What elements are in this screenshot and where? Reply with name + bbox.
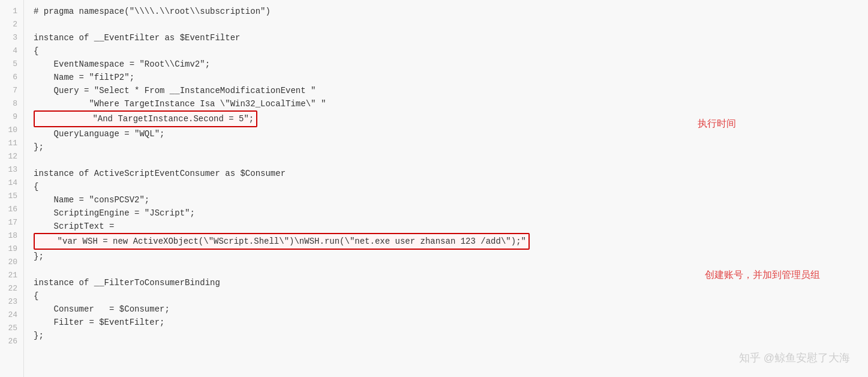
code-line-10: QueryLanguage = "WQL";	[34, 127, 868, 140]
code-line-22: {	[34, 289, 868, 303]
line-number-20: 20	[0, 256, 23, 269]
code-line-7: Query = "Select * From __InstanceModific…	[34, 84, 868, 97]
line-number-16: 16	[0, 203, 23, 216]
code-text-15: Name = "consPCSV2";	[34, 193, 149, 207]
highlighted-code-18: "var WSH = new ActiveXObject(\"WScript.S…	[34, 233, 530, 250]
line-number-11: 11	[0, 137, 23, 150]
code-line-25: };	[34, 329, 868, 342]
line-number-10: 10	[0, 124, 23, 137]
code-line-3: instance of __EventFilter as $EventFilte…	[34, 31, 868, 44]
code-text-5: EventNamespace = "Root\\Cimv2";	[34, 58, 210, 71]
code-text-21: instance of __FilterToConsumerBinding	[34, 276, 220, 289]
code-line-17: ScriptText =	[34, 220, 868, 233]
code-line-6: Name = "filtP2";	[34, 71, 868, 84]
code-text-19: };	[34, 250, 44, 263]
code-text-24: Filter = $EventFilter;	[34, 316, 164, 329]
code-text-10: QueryLanguage = "WQL";	[34, 127, 164, 140]
code-text-8: "Where TargetInstance Isa \"Win32_LocalT…	[34, 97, 326, 110]
line-number-9: 9	[0, 110, 23, 124]
line-number-7: 7	[0, 84, 23, 97]
code-text-11: };	[34, 140, 44, 154]
code-line-5: EventNamespace = "Root\\Cimv2";	[34, 58, 868, 71]
code-line-4: {	[34, 44, 868, 58]
code-text-7: Query = "Select * From __InstanceModific…	[34, 84, 316, 97]
line-number-22: 22	[0, 282, 23, 295]
line-number-1: 1	[0, 5, 23, 18]
line-number-13: 13	[0, 163, 23, 176]
line-number-8: 8	[0, 97, 23, 110]
line-number-5: 5	[0, 58, 23, 71]
annotation-create-account: 创建账号，并加到管理员组	[705, 269, 820, 282]
line-number-4: 4	[0, 44, 23, 58]
code-line-18: "var WSH = new ActiveXObject(\"WScript.S…	[34, 233, 868, 250]
code-container: 1234567891011121314151617181920212223242…	[0, 0, 868, 377]
code-text-13: instance of ActiveScriptEventConsumer as…	[34, 167, 286, 180]
code-line-19: };	[34, 250, 868, 263]
code-text-6: Name = "filtP2";	[34, 71, 134, 84]
code-text-1: # pragma namespace("\\\\.\\root\\subscri…	[34, 5, 271, 18]
code-line-8: "Where TargetInstance Isa \"Win32_LocalT…	[34, 97, 868, 110]
annotation-execution-time: 执行时间	[698, 118, 736, 130]
line-number-12: 12	[0, 150, 23, 163]
code-text-16: ScriptingEngine = "JScript";	[34, 207, 195, 220]
code-line-11: };	[34, 140, 868, 154]
line-number-25: 25	[0, 322, 23, 335]
line-number-21: 21	[0, 269, 23, 282]
code-text-4: {	[34, 44, 38, 58]
code-area: # pragma namespace("\\\\.\\root\\subscri…	[24, 0, 868, 377]
code-line-16: ScriptingEngine = "JScript";	[34, 207, 868, 220]
highlighted-code-9: "And TargetInstance.Second = 5";	[34, 110, 257, 127]
line-number-14: 14	[0, 176, 23, 190]
line-number-24: 24	[0, 309, 23, 322]
code-line-15: Name = "consPCSV2";	[34, 193, 868, 207]
code-line-14: {	[34, 180, 868, 193]
code-line-1: # pragma namespace("\\\\.\\root\\subscri…	[34, 5, 868, 18]
line-number-3: 3	[0, 31, 23, 44]
code-line-9: "And TargetInstance.Second = 5";	[34, 110, 868, 127]
line-number-18: 18	[0, 229, 23, 243]
code-text-25: };	[34, 329, 44, 342]
code-line-12	[34, 154, 868, 167]
watermark: 知乎 @鲸鱼安慰了大海	[739, 351, 850, 365]
line-number-2: 2	[0, 18, 23, 31]
code-text-23: Consumer = $Consumer;	[34, 303, 170, 316]
code-text-14: {	[34, 180, 38, 193]
line-number-23: 23	[0, 295, 23, 309]
code-line-13: instance of ActiveScriptEventConsumer as…	[34, 167, 868, 180]
code-text-22: {	[34, 289, 38, 303]
line-number-17: 17	[0, 216, 23, 229]
line-numbers: 1234567891011121314151617181920212223242…	[0, 0, 24, 377]
code-text-17: ScriptText =	[34, 220, 114, 233]
code-line-23: Consumer = $Consumer;	[34, 303, 868, 316]
line-number-6: 6	[0, 71, 23, 84]
line-number-26: 26	[0, 335, 23, 348]
code-text-3: instance of __EventFilter as $EventFilte…	[34, 31, 240, 44]
code-line-2	[34, 18, 868, 31]
code-line-24: Filter = $EventFilter;	[34, 316, 868, 329]
line-number-19: 19	[0, 243, 23, 256]
line-number-15: 15	[0, 190, 23, 203]
